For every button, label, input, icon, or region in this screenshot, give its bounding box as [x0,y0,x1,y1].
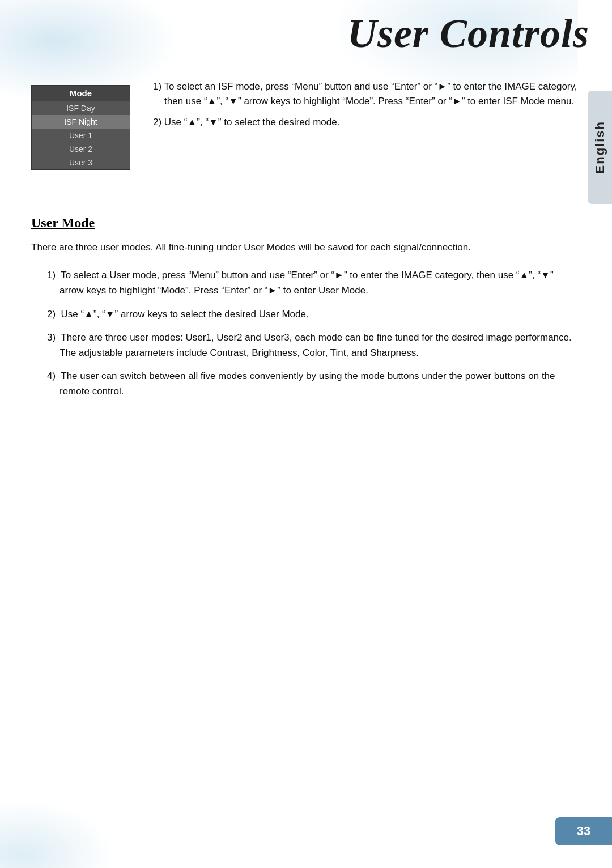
user-mode-item-4: 4) The user can switch between all five … [60,368,578,399]
page-number-value: 33 [577,824,590,839]
isf-instruction-list: 1) To select an ISF mode, press “Menu” b… [153,79,578,130]
user-mode-section: User Mode There are three user modes. Al… [31,215,578,407]
user-mode-item-3: 3) There are three user modes: User1, Us… [60,330,578,360]
user-mode-item-3-text: There are three user modes: User1, User2… [60,332,572,358]
page-title: User Controls [347,10,589,57]
decoration-bottom-left [0,800,113,868]
user-mode-item-2: 2) Use “▲”, “▼” arrow keys to select the… [60,307,578,322]
isf-instructions: 1) To select an ISF mode, press “Menu” b… [153,79,578,135]
mode-item-isf-day[interactable]: ISF Day [32,101,130,115]
mode-menu: Mode ISF Day ISF Night User 1 User 2 Use… [31,85,130,170]
user-mode-item-2-number: 2) [47,309,61,320]
user-mode-title: User Mode [31,215,578,231]
user-mode-item-2-text: Use “▲”, “▼” arrow keys to select the de… [61,309,309,320]
english-tab: English [588,91,612,204]
user-mode-item-1-text: To select a User mode, press “Menu” butt… [60,270,554,296]
mode-menu-header: Mode [32,86,130,101]
english-tab-label: English [593,121,607,173]
user-mode-item-4-text: The user can switch between all five mod… [60,371,555,397]
mode-item-isf-night[interactable]: ISF Night [32,115,130,129]
user-mode-item-4-number: 4) [47,371,61,381]
user-mode-item-1-number: 1) [47,270,61,280]
isf-instruction-1: 1) To select an ISF mode, press “Menu” b… [153,79,578,109]
user-mode-list: 1) To select a User mode, press “Menu” b… [31,267,578,399]
user-mode-item-1: 1) To select a User mode, press “Menu” b… [60,267,578,298]
page-number: 33 [555,817,612,845]
mode-item-user2[interactable]: User 2 [32,142,130,156]
user-mode-item-3-number: 3) [47,332,61,343]
isf-instruction-2: 2) Use “▲”, “▼” to select the desired mo… [153,115,578,130]
user-mode-description: There are three user modes. All fine-tun… [31,240,578,255]
mode-item-user3[interactable]: User 3 [32,156,130,169]
mode-item-user1[interactable]: User 1 [32,129,130,142]
